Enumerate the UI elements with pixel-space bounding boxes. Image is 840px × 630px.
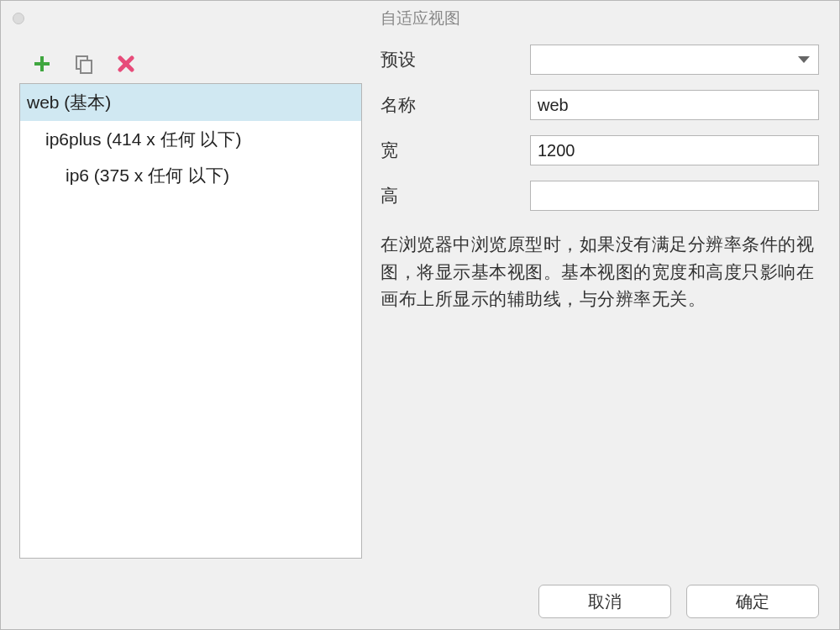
list-item[interactable]: ip6plus (414 x 任何 以下) bbox=[20, 121, 361, 158]
svg-rect-1 bbox=[34, 62, 50, 66]
list-item[interactable]: ip6 (375 x 任何 以下) bbox=[20, 157, 361, 194]
help-text: 在浏览器中浏览原型时，如果没有满足分辨率条件的视图，将显示基本视图。基本视图的宽… bbox=[381, 231, 819, 313]
right-panel: 预设 名称 宽 高 bbox=[381, 45, 819, 559]
toolbar bbox=[19, 45, 362, 83]
dialog-window: 自适应视图 bbox=[0, 0, 840, 630]
delete-button[interactable] bbox=[115, 53, 137, 75]
height-label: 高 bbox=[381, 184, 530, 207]
ok-button-label: 确定 bbox=[736, 591, 769, 613]
name-label: 名称 bbox=[381, 93, 530, 117]
width-row: 宽 bbox=[381, 135, 819, 165]
titlebar: 自适应视图 bbox=[1, 1, 839, 36]
cancel-button-label: 取消 bbox=[588, 591, 622, 613]
cancel-button[interactable]: 取消 bbox=[538, 585, 671, 618]
name-row: 名称 bbox=[381, 90, 819, 120]
preset-select[interactable] bbox=[530, 45, 819, 75]
views-list[interactable]: web (基本) ip6plus (414 x 任何 以下) ip6 (375 … bbox=[19, 83, 362, 559]
width-input[interactable] bbox=[530, 135, 819, 165]
x-icon bbox=[118, 55, 134, 72]
window-title: 自适应视图 bbox=[1, 8, 839, 29]
preset-row: 预设 bbox=[381, 45, 819, 75]
chevron-down-icon bbox=[798, 56, 810, 63]
width-label: 宽 bbox=[381, 139, 530, 162]
list-item-label: ip6plus (414 x 任何 以下) bbox=[45, 129, 241, 149]
ok-button[interactable]: 确定 bbox=[686, 585, 819, 618]
svg-marker-6 bbox=[798, 56, 810, 63]
copy-icon bbox=[74, 54, 94, 74]
plus-icon bbox=[33, 55, 51, 73]
height-input[interactable] bbox=[530, 181, 819, 211]
svg-rect-3 bbox=[81, 60, 92, 73]
list-item-label: ip6 (375 x 任何 以下) bbox=[66, 165, 229, 185]
left-panel: web (基本) ip6plus (414 x 任何 以下) ip6 (375 … bbox=[19, 45, 362, 559]
footer: 取消 确定 bbox=[1, 574, 839, 629]
copy-button[interactable] bbox=[73, 53, 95, 75]
add-button[interactable] bbox=[31, 53, 53, 75]
name-input[interactable] bbox=[530, 90, 819, 120]
height-row: 高 bbox=[381, 181, 819, 211]
list-item-label: web (基本) bbox=[27, 92, 111, 112]
content-area: web (基本) ip6plus (414 x 任何 以下) ip6 (375 … bbox=[1, 36, 839, 574]
close-window-icon[interactable] bbox=[13, 13, 24, 24]
preset-label: 预设 bbox=[381, 48, 530, 71]
list-item[interactable]: web (基本) bbox=[20, 84, 361, 121]
